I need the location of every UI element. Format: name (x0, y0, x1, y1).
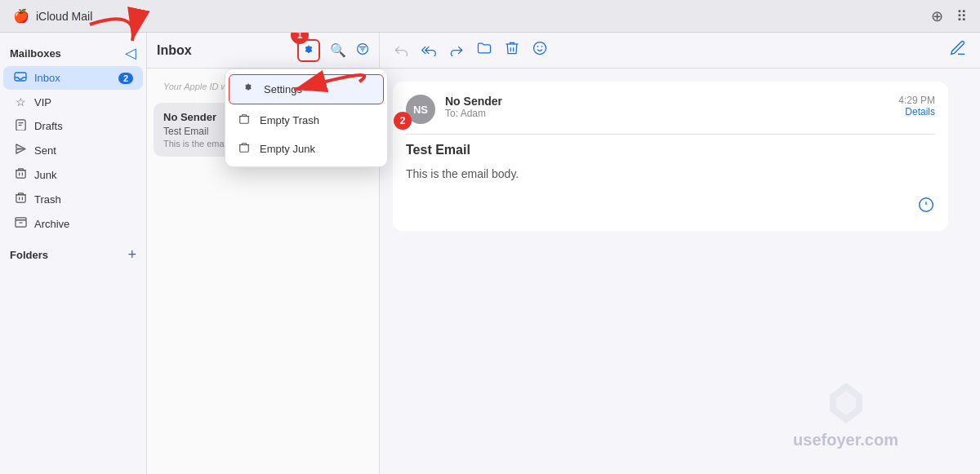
email-timestamp: 4:29 PM (898, 95, 935, 106)
sidebar: Mailboxes ◁ Inbox 2 ☆ VIP (0, 33, 147, 474)
folders-header: Folders + (3, 244, 143, 265)
inbox-icon (13, 70, 28, 86)
settings-menu-label: Settings (264, 83, 302, 95)
svg-rect-12 (15, 220, 25, 227)
empty-trash-label: Empty Trash (260, 114, 319, 126)
settings-menu-icon (241, 82, 256, 96)
trash-icon (13, 192, 28, 206)
search-icon[interactable]: 🔍 (330, 42, 346, 58)
collapse-sidebar-icon[interactable]: ◁ (125, 44, 136, 62)
email-header: NS No Sender To: Adam 4:29 PM Details (406, 95, 935, 124)
junk-menu-icon (237, 142, 252, 156)
svg-rect-8 (16, 195, 24, 202)
sidebar-item-drafts[interactable]: Drafts (3, 114, 143, 137)
forward-icon[interactable] (448, 40, 465, 60)
email-content-area: NS No Sender To: Adam 4:29 PM Details Te… (380, 69, 980, 474)
email-divider (406, 134, 935, 135)
sidebar-item-vip[interactable]: ☆ VIP (3, 91, 143, 113)
email-timestamp-area: 4:29 PM Details (898, 95, 935, 117)
inbox-label: Inbox (34, 72, 60, 84)
top-bar: 🍎 iCloud Mail ⊕ ⠿ (0, 0, 980, 33)
sidebar-item-inbox[interactable]: Inbox 2 (3, 66, 143, 90)
drafts-icon (13, 118, 28, 133)
dropdown-item-settings[interactable]: Settings (229, 74, 384, 104)
svg-rect-4 (16, 171, 24, 178)
email-meta: No Sender To: Adam (445, 95, 889, 119)
reply-icon[interactable] (393, 40, 409, 60)
dropdown-menu: Settings Empty Trash 2 (225, 69, 388, 167)
svg-rect-13 (15, 218, 25, 220)
junk-icon (13, 167, 28, 182)
folders-section: Folders + (0, 244, 146, 265)
email-footer-action[interactable] (406, 196, 935, 218)
compose-button[interactable] (949, 44, 967, 60)
empty-junk-label: Empty Junk (260, 143, 315, 155)
reply-all-icon[interactable] (421, 40, 437, 60)
dropdown-item-empty-trash[interactable]: Empty Trash 2 (225, 106, 387, 135)
sent-icon (13, 143, 28, 157)
junk-label: Junk (34, 169, 56, 181)
svg-rect-19 (240, 117, 249, 124)
dropdown-item-empty-junk[interactable]: Empty Junk (225, 135, 387, 163)
email-from: No Sender (445, 95, 889, 108)
top-bar-right: ⊕ ⠿ (931, 7, 967, 25)
apple-logo-icon: 🍎 (13, 8, 29, 24)
settings-button[interactable]: 1 (297, 39, 320, 62)
email-card: NS No Sender To: Adam 4:29 PM Details Te… (393, 82, 948, 231)
sidebar-item-sent[interactable]: Sent (3, 139, 143, 162)
sidebar-item-trash[interactable]: Trash (3, 188, 143, 210)
sent-label: Sent (34, 144, 56, 157)
folders-title: Folders (10, 249, 48, 261)
vip-icon: ☆ (13, 95, 28, 109)
email-body: This is the email body. (406, 166, 935, 183)
main-layout: Mailboxes ◁ Inbox 2 ☆ VIP (0, 33, 980, 474)
grid-icon[interactable]: ⠿ (956, 7, 967, 25)
mailboxes-title: Mailboxes (10, 47, 61, 60)
email-to: To: Adam (445, 108, 889, 119)
mail-list-header: Inbox 1 🔍 (147, 33, 379, 69)
annotation-circle-2: 2 (394, 112, 412, 130)
svg-rect-21 (240, 145, 249, 153)
email-detail-panel: NS No Sender To: Adam 4:29 PM Details Te… (380, 33, 980, 474)
new-window-icon[interactable]: ⊕ (931, 7, 943, 25)
mailboxes-header: Mailboxes ◁ (0, 39, 146, 65)
move-to-folder-icon[interactable] (476, 40, 492, 60)
toolbar-right (949, 39, 967, 61)
trash-label: Trash (34, 193, 61, 206)
top-bar-left: 🍎 iCloud Mail (13, 8, 92, 24)
archive-icon (13, 216, 28, 231)
email-subject: Test Email (406, 143, 935, 157)
sidebar-item-archive[interactable]: Archive (3, 212, 143, 235)
vip-label: VIP (34, 96, 51, 109)
reaction-icon[interactable] (532, 40, 548, 60)
trash-menu-icon (237, 113, 252, 127)
details-link[interactable]: Details (898, 106, 935, 117)
email-toolbar (380, 33, 980, 69)
app-title: iCloud Mail (36, 10, 92, 23)
sidebar-item-junk[interactable]: Junk (3, 163, 143, 186)
mail-list-icons: 1 🔍 (297, 39, 369, 62)
delete-icon[interactable] (504, 40, 520, 60)
drafts-label: Drafts (34, 120, 63, 132)
mail-list-panel: Inbox 1 🔍 (147, 33, 380, 474)
add-folder-button[interactable]: + (127, 247, 136, 262)
annotation-circle-1: 1 (291, 33, 309, 44)
archive-label: Archive (34, 218, 69, 230)
svg-point-23 (534, 42, 546, 55)
mail-sender: No Sender (163, 111, 216, 123)
filter-icon[interactable] (356, 42, 369, 59)
inbox-badge: 2 (118, 73, 133, 84)
mail-list-title: Inbox (157, 43, 192, 58)
